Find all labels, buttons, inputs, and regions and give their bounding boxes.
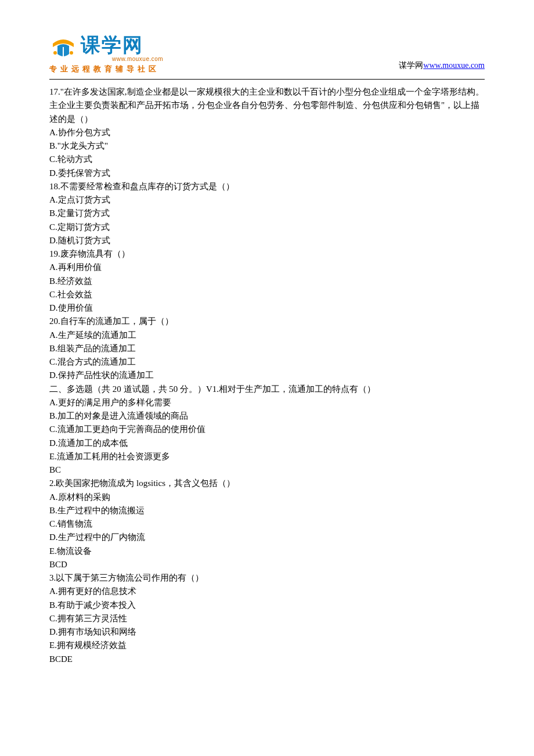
text-line: D.使用价值: [49, 301, 485, 315]
text-line: C.社会效益: [49, 288, 485, 301]
text-line: 17."在许多发达国家,制造企业都是以一家规模很大的主企业和数以千百计的小型分包…: [49, 85, 485, 126]
text-line: A.再利用价值: [49, 261, 485, 274]
text-line: C.销售物流: [49, 517, 485, 531]
text-line: E.流通加工耗用的社会资源更多: [49, 450, 485, 463]
logo-text: 课学网: [81, 35, 163, 55]
text-line: A.生产延续的流通加工: [49, 329, 485, 342]
text-line: A.拥有更好的信息技术: [49, 585, 485, 598]
site-label: 谋学网: [399, 61, 423, 70]
document-page: 课学网 www.mouxue.com 专业远程教育辅导社区 谋学网www.mou…: [0, 0, 534, 701]
text-line: 二、多选题（共 20 道试题，共 50 分。）V1.相对于生产加工，流通加工的特…: [49, 383, 485, 396]
text-line: BCDE: [49, 653, 485, 666]
text-line: B.生产过程中的物流搬运: [49, 504, 485, 517]
logo-sub-url: www.mouxue.com: [112, 56, 163, 62]
text-line: A.更好的满足用户的多样化需要: [49, 396, 485, 409]
text-line: B.有助于减少资本投入: [49, 599, 485, 612]
header-divider: [49, 79, 485, 80]
text-line: C.混合方式的流通加工: [49, 355, 485, 369]
text-line: BC: [49, 463, 485, 477]
svg-point-0: [53, 51, 57, 55]
logo-tagline: 专业远程教育辅导社区: [49, 64, 160, 74]
text-line: 3.以下属于第三方物流公司作用的有（）: [49, 571, 485, 585]
text-line: B.加工的对象是进入流通领域的商品: [49, 409, 485, 423]
document-content: 17."在许多发达国家,制造企业都是以一家规模很大的主企业和数以千百计的小型分包…: [49, 85, 485, 666]
text-line: C.拥有第三方灵活性: [49, 612, 485, 625]
text-line: 18.不需要经常检查和盘点库存的订货方式是（）: [49, 180, 485, 193]
text-line: B."水龙头方式": [49, 139, 485, 153]
page-header: 课学网 www.mouxue.com 专业远程教育辅导社区 谋学网www.mou…: [49, 35, 485, 74]
text-line: D.随机订货方式: [49, 234, 485, 247]
text-line: D.生产过程中的厂内物流: [49, 531, 485, 544]
text-line: B.组装产品的流通加工: [49, 342, 485, 355]
text-line: B.定量订货方式: [49, 207, 485, 220]
logo-text-wrap: 课学网 www.mouxue.com: [81, 35, 163, 62]
text-line: 2.欧美国家把物流成为 logsitics，其含义包括（）: [49, 477, 485, 490]
text-line: C.定期订货方式: [49, 221, 485, 234]
logo-icon: [49, 37, 77, 61]
text-line: D.拥有市场知识和网络: [49, 625, 485, 639]
text-line: 19.废弃物流具有（）: [49, 247, 485, 261]
text-line: D.委托保管方式: [49, 167, 485, 180]
site-link[interactable]: www.mouxue.com: [423, 61, 485, 70]
logo-top: 课学网 www.mouxue.com: [49, 35, 163, 62]
text-line: B.经济效益: [49, 275, 485, 288]
text-line: 20.自行车的流通加工，属于（）: [49, 315, 485, 328]
text-line: D.流通加工的成本低: [49, 437, 485, 450]
text-line: A.定点订货方式: [49, 193, 485, 207]
site-reference: 谋学网www.mouxue.com: [399, 60, 485, 71]
text-line: D.保持产品性状的流通加工: [49, 369, 485, 382]
svg-point-1: [70, 51, 73, 55]
text-line: E.拥有规模经济效益: [49, 639, 485, 652]
text-line: BCD: [49, 558, 485, 571]
text-line: C.流通加工更趋向于完善商品的使用价值: [49, 423, 485, 436]
text-line: C.轮动方式: [49, 153, 485, 166]
text-line: A.原材料的采购: [49, 491, 485, 504]
logo-block: 课学网 www.mouxue.com 专业远程教育辅导社区: [49, 35, 163, 74]
text-line: A.协作分包方式: [49, 126, 485, 139]
text-line: E.物流设备: [49, 545, 485, 558]
